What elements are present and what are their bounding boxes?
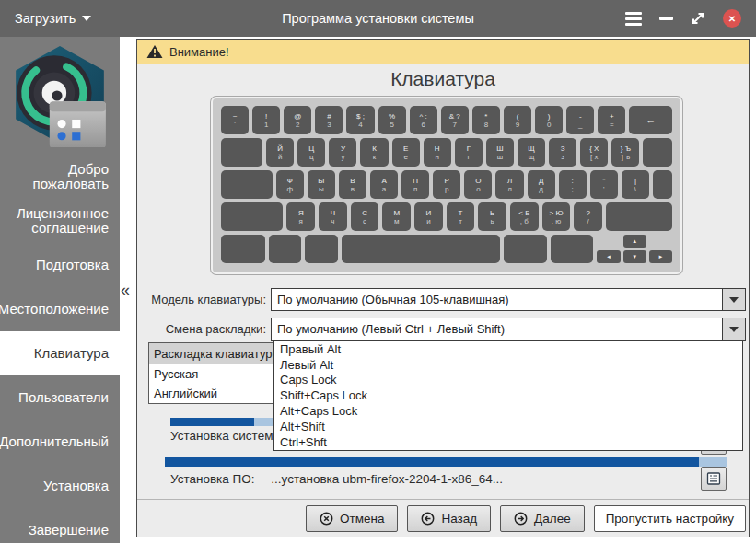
skip-setup-label: Пропустить настройку: [606, 512, 734, 526]
cancel-button[interactable]: Отмена: [306, 505, 398, 532]
sidebar-item[interactable]: Лицензионное соглашение: [0, 199, 120, 243]
keyboard-key: < Б, б: [510, 202, 539, 231]
warning-text: Внимание!: [169, 45, 229, 59]
keyboard-key: Ее: [392, 138, 420, 167]
keyboard-key: *8: [472, 106, 500, 134]
keyboard-key: Шш: [486, 138, 514, 167]
arrow-keys: ▲◄▼►: [597, 235, 672, 263]
software-progress-label: Установка ПО:: [170, 472, 255, 486]
system-progress-fill: [170, 418, 254, 426]
chevron-down-icon[interactable]: [722, 318, 745, 340]
keyboard-key: [221, 170, 273, 199]
sidebar-item[interactable]: Клавиатура: [0, 331, 120, 375]
sidebar-nav: Добро пожаловатьЛицензионное соглашениеП…: [0, 155, 120, 543]
sidebar-item[interactable]: Дополнительный: [0, 420, 120, 464]
arrow-left-key: ◄: [597, 250, 620, 263]
keyboard-key: Уу: [329, 138, 356, 167]
skip-setup-button[interactable]: Пропустить настройку: [594, 505, 746, 532]
keyboard-key: Йй: [266, 138, 294, 167]
keyboard-key: Рр: [433, 170, 460, 199]
sidebar: Добро пожаловатьЛицензионное соглашениеП…: [0, 37, 120, 543]
keyboard-key: & ?7: [441, 106, 469, 134]
chevron-down-icon[interactable]: [722, 289, 745, 310]
keyboard-key: @2: [284, 106, 311, 134]
keyboard-key: #3: [315, 106, 343, 134]
keyboard-key: Тт: [447, 202, 475, 231]
load-menu-label: Загрузить: [15, 11, 76, 26]
software-log-button[interactable]: [701, 467, 727, 491]
keyboard-key: Чч: [319, 202, 347, 231]
keyboard-key: Нн: [424, 138, 451, 167]
maximize-icon[interactable]: [691, 11, 705, 26]
back-button[interactable]: Назад: [407, 505, 491, 532]
layout-switch-value: По умолчанию (Левый Ctrl + Левый Shift): [272, 318, 722, 340]
keyboard-key: Мм: [382, 202, 411, 231]
window-glyph: [50, 101, 106, 147]
keyboard-key: [221, 138, 262, 167]
keyboard: ~`!1@2#3$ ;4%5^ :6& ?7*8(9)0-_+=←ЙйЦцУуК…: [211, 97, 682, 274]
keyboard-model-select[interactable]: По умолчанию (Обычная 105-клавишная): [271, 288, 746, 311]
keyboard-key: [221, 202, 283, 231]
keyboard-key: [221, 235, 265, 263]
keyboard-key: ~`: [221, 106, 249, 134]
dropdown-option[interactable]: Левый Alt: [274, 357, 742, 373]
sidebar-item[interactable]: Завершение: [0, 508, 120, 543]
back-label: Назад: [441, 512, 477, 526]
keyboard-row: ЙйЦцУуКкЕеНнГгШшЩщЗз{ Х[ х} Ъ] ъ: [221, 138, 672, 167]
keyboard-key: Аа: [370, 170, 398, 199]
sidebar-item[interactable]: Добро пожаловать: [0, 155, 120, 199]
keyboard-key: [653, 170, 672, 199]
sidebar-collapse-button[interactable]: «: [121, 282, 130, 298]
layout-switch-select[interactable]: По умолчанию (Левый Ctrl + Левый Shift): [271, 318, 746, 341]
warning-banner: Внимание!: [137, 40, 749, 64]
keyboard-key: Фф: [276, 170, 304, 199]
keyboard-row: ФфЫыВвАаПпРрОоЛлДд:;"'|\: [221, 170, 672, 199]
sidebar-item[interactable]: Местоположение: [0, 287, 120, 331]
minimize-icon[interactable]: [659, 17, 673, 20]
layout-dropdown-list: Правый AltЛевый AltCaps LockShift+Caps L…: [273, 341, 743, 451]
keyboard-key: Ьь: [478, 202, 506, 231]
dropdown-option[interactable]: Alt+Caps Lock: [274, 403, 742, 419]
keyboard-key: Ии: [414, 202, 443, 231]
dropdown-option[interactable]: Shift+Caps Lock: [274, 387, 742, 403]
dropdown-option[interactable]: Alt+Shift: [274, 419, 742, 434]
keyboard-key: > Ю. ю: [542, 202, 571, 231]
sidebar-item[interactable]: Установка: [0, 464, 120, 508]
keyboard-key: Гг: [455, 138, 483, 167]
software-progress-fill: [165, 457, 699, 467]
keyboard-key: Дд: [528, 170, 555, 199]
keyboard-key: %5: [378, 106, 406, 134]
dropdown-option[interactable]: Ctrl+Shft: [274, 434, 742, 450]
keyboard-key: ^ :6: [410, 106, 437, 134]
keyboard-key: Цц: [297, 138, 325, 167]
keyboard-key: [342, 235, 501, 263]
titlebar: Загрузить Программа установки системы ✕: [0, 0, 756, 37]
log-icon: [706, 471, 721, 486]
dropdown-option[interactable]: Caps Lock: [274, 373, 742, 388]
installer-logo: [0, 37, 120, 155]
close-icon[interactable]: ✕: [723, 9, 741, 28]
layout-switch-label: Смена раскладки:: [137, 322, 266, 336]
footer-divider: [137, 499, 749, 500]
keyboard-key: [504, 235, 546, 263]
arrow-up-key: ▲: [623, 235, 646, 248]
arrow-down-key: ▼: [623, 250, 646, 263]
menu-icon[interactable]: [625, 12, 642, 26]
keyboard-key: Кк: [360, 138, 388, 167]
keyboard-key: ?/: [574, 202, 602, 231]
keyboard-key: Ыы: [308, 170, 335, 199]
keyboard-key: !1: [252, 106, 280, 134]
load-menu-button[interactable]: Загрузить: [15, 11, 91, 26]
chevron-down-icon: [82, 16, 91, 21]
keyboard-key: Лл: [495, 170, 523, 199]
sidebar-item[interactable]: Пользователи: [0, 375, 120, 420]
keyboard-key: -_: [566, 106, 594, 134]
keyboard-key: $ ;4: [346, 106, 374, 134]
next-button[interactable]: Далее: [500, 505, 585, 532]
dropdown-option[interactable]: Правый Alt: [274, 341, 742, 357]
sidebar-item[interactable]: Подготовка: [0, 243, 120, 287]
arrow-right-icon: [514, 512, 528, 526]
arrow-right-key: ►: [649, 250, 672, 263]
arrow-left-icon: [421, 512, 435, 526]
keyboard-key: [643, 138, 672, 167]
